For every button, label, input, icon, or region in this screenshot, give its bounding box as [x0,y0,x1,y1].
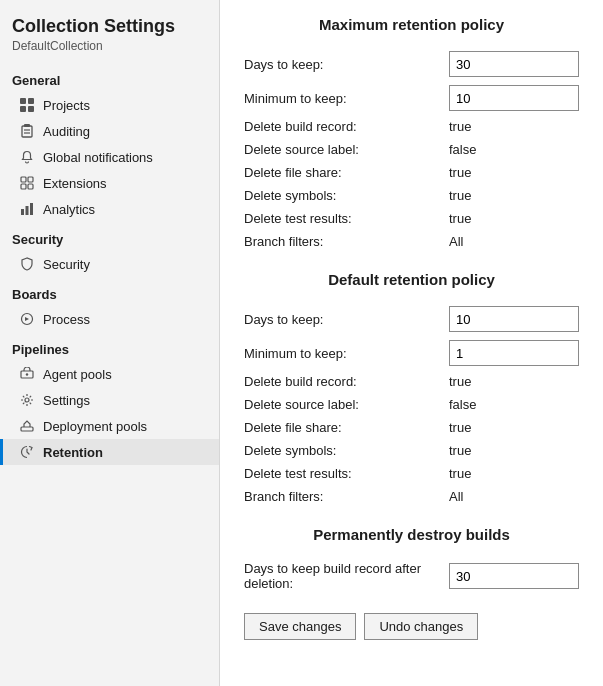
section-boards: Boards [0,277,219,306]
chart-icon [19,201,35,217]
def-minimum-to-keep-label: Minimum to keep: [244,346,449,361]
sidebar-item-security[interactable]: Security [0,251,219,277]
max-days-to-keep-input[interactable] [449,51,579,77]
save-button[interactable]: Save changes [244,613,356,640]
grid-icon [19,97,35,113]
section-pipelines: Pipelines [0,332,219,361]
sidebar-item-analytics[interactable]: Analytics [0,196,219,222]
svg-rect-3 [28,106,34,112]
deploy-icon [19,418,35,434]
max-delete-build-record-label: Delete build record: [244,119,449,134]
sidebar-item-projects[interactable]: Projects [0,92,219,118]
def-delete-build-record-row: Delete build record: true [244,370,579,393]
clipboard-icon [19,123,35,139]
destroy-days-to-keep-label: Days to keep build record after deletion… [244,561,449,591]
sidebar-item-deployment-pools[interactable]: Deployment pools [0,413,219,439]
svg-point-18 [25,398,29,402]
process-icon [19,311,35,327]
sidebar-item-security-label: Security [43,257,90,272]
def-branch-filters-value: All [449,489,579,504]
svg-rect-4 [22,126,32,137]
svg-rect-9 [28,177,33,182]
section-general: General [0,63,219,92]
svg-rect-8 [21,177,26,182]
svg-rect-12 [21,209,24,215]
svg-rect-14 [30,203,33,215]
sidebar-item-projects-label: Projects [43,98,90,113]
max-branch-filters-row: Branch filters: All [244,230,579,253]
def-delete-symbols-row: Delete symbols: true [244,439,579,462]
max-delete-file-share-row: Delete file share: true [244,161,579,184]
def-delete-file-share-value: true [449,420,579,435]
sidebar-item-process[interactable]: Process [0,306,219,332]
main-content: Maximum retention policy Days to keep: M… [220,0,603,686]
svg-point-17 [26,373,28,375]
svg-rect-13 [26,206,29,215]
max-delete-file-share-label: Delete file share: [244,165,449,180]
permanently-destroy-table: Days to keep build record after deletion… [244,557,579,595]
max-minimum-to-keep-input[interactable] [449,85,579,111]
svg-rect-2 [20,106,26,112]
sidebar-item-settings-label: Settings [43,393,90,408]
def-delete-test-results-label: Delete test results: [244,466,449,481]
sidebar-item-agent-pools-label: Agent pools [43,367,112,382]
max-delete-test-results-label: Delete test results: [244,211,449,226]
max-minimum-to-keep-row: Minimum to keep: [244,81,579,115]
sidebar-item-retention-label: Retention [43,445,103,460]
sidebar-item-analytics-label: Analytics [43,202,95,217]
max-delete-file-share-value: true [449,165,579,180]
def-delete-source-label-row: Delete source label: false [244,393,579,416]
destroy-days-to-keep-row: Days to keep build record after deletion… [244,557,579,595]
sidebar-item-settings[interactable]: Settings [0,387,219,413]
svg-rect-11 [28,184,33,189]
def-delete-symbols-value: true [449,443,579,458]
def-delete-build-record-value: true [449,374,579,389]
sidebar-item-retention[interactable]: Retention [0,439,219,465]
sidebar-item-auditing[interactable]: Auditing [0,118,219,144]
max-delete-source-label-value: false [449,142,579,157]
def-delete-source-label-label: Delete source label: [244,397,449,412]
max-delete-source-label-row: Delete source label: false [244,138,579,161]
sidebar-item-global-notifications[interactable]: Global notifications [0,144,219,170]
max-days-to-keep-label: Days to keep: [244,57,449,72]
bell-icon [19,149,35,165]
def-delete-build-record-label: Delete build record: [244,374,449,389]
svg-rect-5 [24,124,30,127]
sidebar-item-deployment-pools-label: Deployment pools [43,419,147,434]
agent-icon [19,366,35,382]
max-minimum-to-keep-label: Minimum to keep: [244,91,449,106]
section-security: Security [0,222,219,251]
shield-icon [19,256,35,272]
collection-name: DefaultCollection [0,39,219,63]
sidebar-item-notifications-label: Global notifications [43,150,153,165]
def-minimum-to-keep-row: Minimum to keep: [244,336,579,370]
default-retention-table: Days to keep: Minimum to keep: Delete bu… [244,302,579,508]
maximum-retention-table: Days to keep: Minimum to keep: Delete bu… [244,47,579,253]
def-delete-test-results-value: true [449,466,579,481]
max-delete-source-label-label: Delete source label: [244,142,449,157]
max-delete-symbols-row: Delete symbols: true [244,184,579,207]
max-delete-symbols-value: true [449,188,579,203]
max-delete-test-results-row: Delete test results: true [244,207,579,230]
puzzle-icon [19,175,35,191]
max-delete-symbols-label: Delete symbols: [244,188,449,203]
def-delete-file-share-row: Delete file share: true [244,416,579,439]
svg-rect-1 [28,98,34,104]
page-title: Collection Settings [0,12,219,39]
max-delete-build-record-row: Delete build record: true [244,115,579,138]
sidebar-item-extensions-label: Extensions [43,176,107,191]
destroy-days-to-keep-input[interactable] [449,563,579,589]
max-delete-build-record-value: true [449,119,579,134]
def-branch-filters-row: Branch filters: All [244,485,579,508]
action-buttons: Save changes Undo changes [244,613,579,640]
undo-button[interactable]: Undo changes [364,613,478,640]
def-days-to-keep-row: Days to keep: [244,302,579,336]
def-days-to-keep-input[interactable] [449,306,579,332]
sidebar-item-agent-pools[interactable]: Agent pools [0,361,219,387]
maximum-retention-heading: Maximum retention policy [244,16,579,33]
sidebar-item-extensions[interactable]: Extensions [0,170,219,196]
max-delete-test-results-value: true [449,211,579,226]
gear-icon [19,392,35,408]
def-minimum-to-keep-input[interactable] [449,340,579,366]
permanently-destroy-heading: Permanently destroy builds [244,526,579,543]
